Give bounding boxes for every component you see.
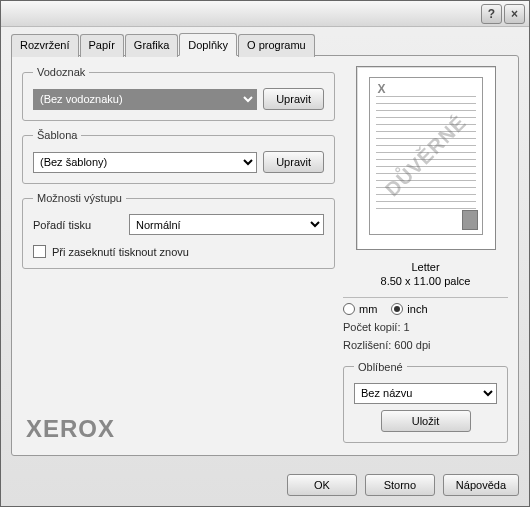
tab-about[interactable]: O programu <box>238 34 315 57</box>
watermark-legend: Vodoznak <box>33 66 89 78</box>
preview-corner-icon <box>462 210 478 230</box>
favorites-group: Oblíbené Bez názvu Uložit <box>343 361 508 443</box>
preview-paper-size: 8.50 x 11.00 palce <box>343 274 508 288</box>
unit-mm-label: mm <box>359 303 377 315</box>
overlay-edit-button[interactable]: Upravit <box>263 151 324 173</box>
help-button[interactable]: ? <box>481 4 502 24</box>
tab-strip: Rozvržení Papír Grafika Doplňky O progra… <box>11 33 519 56</box>
favorites-save-button[interactable]: Uložit <box>381 410 471 432</box>
output-options-group: Možnosti výstupu Pořadí tisku Normální P… <box>22 192 335 269</box>
right-column: X DŮVĚRNÉ Letter 8.50 x 11.00 palce mm <box>343 66 508 445</box>
help-footer-button[interactable]: Nápověda <box>443 474 519 496</box>
overlay-legend: Šablona <box>33 129 81 141</box>
titlebar: ? × <box>1 1 529 27</box>
tab-layout[interactable]: Rozvržení <box>11 34 79 57</box>
unit-inch-radio[interactable] <box>391 303 403 315</box>
tab-extras[interactable]: Doplňky <box>179 33 237 56</box>
resolution-info: Rozlišení: 600 dpi <box>343 339 508 351</box>
tab-graphics[interactable]: Grafika <box>125 34 178 57</box>
watermark-combo[interactable]: (Bez vodoznaku) <box>33 89 257 110</box>
watermark-group: Vodoznak (Bez vodoznaku) Upravit <box>22 66 335 121</box>
tab-paper[interactable]: Papír <box>80 34 124 57</box>
overlay-group: Šablona (Bez šablony) Upravit <box>22 129 335 184</box>
unit-inch-label: inch <box>407 303 427 315</box>
xerox-logo: XEROX <box>22 415 335 445</box>
reprint-label: Při zaseknutí tisknout znovu <box>52 246 189 258</box>
close-button[interactable]: × <box>504 4 525 24</box>
cancel-button[interactable]: Storno <box>365 474 435 496</box>
dialog-body: Rozvržení Papír Grafika Doplňky O progra… <box>1 27 529 466</box>
preview-paper-name: Letter <box>343 260 508 274</box>
dialog-footer: OK Storno Nápověda <box>1 466 529 506</box>
favorites-combo[interactable]: Bez názvu <box>354 383 497 404</box>
tab-page-extras: Vodoznak (Bez vodoznaku) Upravit Šablona… <box>11 55 519 456</box>
page-preview: X DŮVĚRNÉ <box>356 66 496 250</box>
copies-info: Počet kopií: 1 <box>343 321 508 333</box>
print-preferences-dialog: ? × Rozvržení Papír Grafika Doplňky O pr… <box>0 0 530 507</box>
preview-page: X DŮVĚRNÉ <box>369 77 483 235</box>
preview-corner-mark: X <box>378 82 386 96</box>
print-order-combo[interactable]: Normální <box>129 214 324 235</box>
reprint-checkbox[interactable] <box>33 245 46 258</box>
print-order-label: Pořadí tisku <box>33 219 123 231</box>
ok-button[interactable]: OK <box>287 474 357 496</box>
unit-mm-radio[interactable] <box>343 303 355 315</box>
left-column: Vodoznak (Bez vodoznaku) Upravit Šablona… <box>22 66 335 445</box>
overlay-combo[interactable]: (Bez šablony) <box>33 152 257 173</box>
output-options-legend: Možnosti výstupu <box>33 192 126 204</box>
watermark-edit-button[interactable]: Upravit <box>263 88 324 110</box>
units-row: mm inch <box>343 297 508 315</box>
favorites-legend: Oblíbené <box>354 361 407 373</box>
preview-caption: Letter 8.50 x 11.00 palce <box>343 260 508 289</box>
